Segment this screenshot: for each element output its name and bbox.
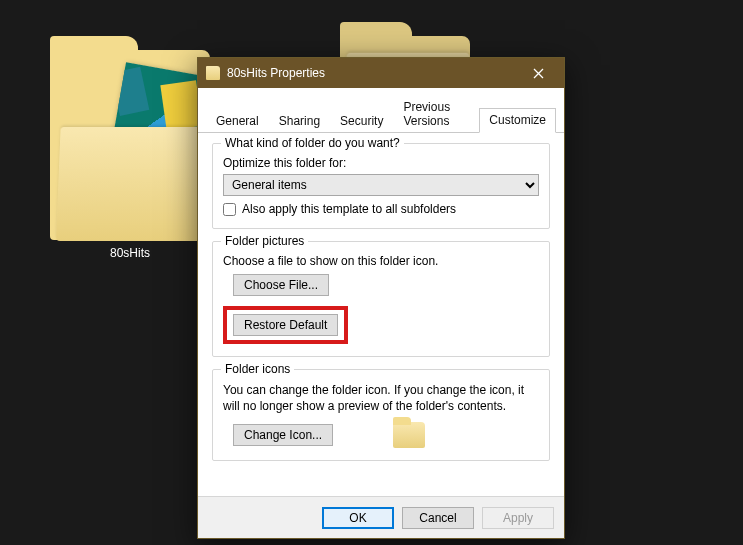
- desktop-folder-80shits[interactable]: 80sHits: [50, 50, 210, 260]
- tab-sharing[interactable]: Sharing: [269, 109, 330, 133]
- properties-dialog: 80sHits Properties General Sharing Secur…: [197, 57, 565, 539]
- group-folder-icons: Folder icons You can change the folder i…: [212, 369, 550, 461]
- restore-default-highlight: Restore Default: [223, 306, 348, 344]
- restore-default-button[interactable]: Restore Default: [233, 314, 338, 336]
- apply-subfolders-label: Also apply this template to all subfolde…: [242, 202, 456, 216]
- folder-icon: [50, 50, 210, 240]
- change-icon-button[interactable]: Change Icon...: [233, 424, 333, 446]
- group-title: Folder icons: [221, 362, 294, 376]
- choose-file-prompt: Choose a file to show on this folder ico…: [223, 254, 539, 268]
- group-folder-type: What kind of folder do you want? Optimiz…: [212, 143, 550, 229]
- ok-button[interactable]: OK: [322, 507, 394, 529]
- optimize-combo[interactable]: General items: [223, 174, 539, 196]
- folder-icon: [206, 66, 220, 80]
- group-title: What kind of folder do you want?: [221, 136, 404, 150]
- tab-customize[interactable]: Customize: [479, 108, 556, 133]
- apply-button: Apply: [482, 507, 554, 529]
- dialog-button-bar: OK Cancel Apply: [198, 496, 564, 538]
- tab-security[interactable]: Security: [330, 109, 393, 133]
- tabstrip: General Sharing Security Previous Versio…: [198, 88, 564, 133]
- folder-icon-preview: [393, 422, 425, 448]
- apply-subfolders-row[interactable]: Also apply this template to all subfolde…: [223, 202, 539, 216]
- dialog-title: 80sHits Properties: [227, 66, 511, 80]
- folder-label: 80sHits: [110, 246, 150, 260]
- apply-subfolders-checkbox[interactable]: [223, 203, 236, 216]
- cancel-button[interactable]: Cancel: [402, 507, 474, 529]
- titlebar[interactable]: 80sHits Properties: [198, 58, 564, 88]
- tab-general[interactable]: General: [206, 109, 269, 133]
- close-icon[interactable]: [518, 58, 558, 88]
- group-title: Folder pictures: [221, 234, 308, 248]
- tab-previous-versions[interactable]: Previous Versions: [393, 95, 479, 133]
- group-folder-pictures: Folder pictures Choose a file to show on…: [212, 241, 550, 357]
- change-icon-prompt: You can change the folder icon. If you c…: [223, 382, 539, 414]
- choose-file-button[interactable]: Choose File...: [233, 274, 329, 296]
- optimize-label: Optimize this folder for:: [223, 156, 539, 170]
- tab-content: What kind of folder do you want? Optimiz…: [198, 133, 564, 496]
